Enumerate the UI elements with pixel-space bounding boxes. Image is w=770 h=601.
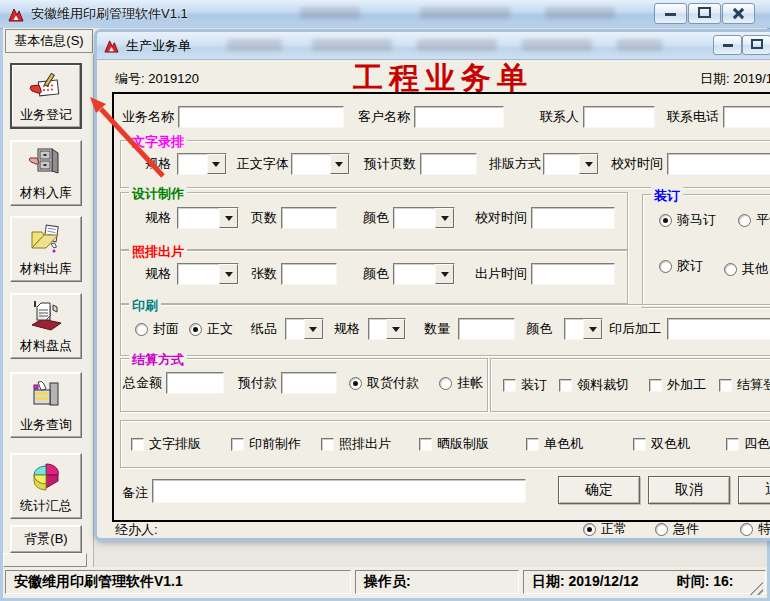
minimize-button[interactable]	[654, 3, 687, 24]
flag-two-color-checkbox[interactable]: 双色机	[633, 435, 690, 453]
film-out-time-input[interactable]	[531, 263, 615, 285]
cancel-button[interactable]: 取消	[648, 476, 730, 504]
statusbar-time: 时间: 16:	[677, 573, 734, 591]
pie-chart-icon	[28, 459, 64, 496]
dropdown-arrow-icon[interactable]	[219, 264, 238, 284]
machine-flags-box: 文字排版 印前制作 照排出片 晒版制版	[120, 420, 770, 468]
flag-settle-reg-checkbox[interactable]: 结算登记	[719, 376, 770, 394]
checkbox-icon	[649, 379, 662, 392]
priority-urgent-radio[interactable]: 急件	[655, 520, 699, 538]
checkbox-icon	[726, 438, 739, 451]
dropdown-arrow-icon[interactable]	[330, 154, 349, 174]
dropdown-arrow-icon[interactable]	[386, 319, 405, 339]
ok-button[interactable]: 确定	[558, 476, 640, 504]
film-color-select[interactable]	[393, 263, 455, 285]
design-pages-input[interactable]	[281, 207, 337, 229]
radio-selected-icon	[349, 377, 362, 390]
print-cover-radio[interactable]: 封面	[135, 320, 179, 338]
sidebar-button-register[interactable]: 业务登记	[10, 63, 82, 129]
minimize-icon	[665, 13, 676, 16]
sidebar-button-material-out[interactable]: 材料出库	[10, 216, 82, 282]
business-name-input[interactable]	[178, 106, 344, 128]
remark-input[interactable]	[152, 479, 526, 503]
layout-mode-select[interactable]	[543, 153, 599, 175]
flag-single-color-checkbox[interactable]: 单色机	[526, 435, 583, 453]
binding-glue-radio[interactable]: 胶订	[659, 257, 703, 275]
checkbox-label: 单色机	[544, 435, 583, 453]
close-button[interactable]	[722, 3, 755, 24]
flag-platemaking-checkbox[interactable]: 晒版制版	[419, 435, 489, 453]
cod-radio[interactable]: 取货付款	[349, 374, 419, 392]
spec-label: 规格	[145, 209, 171, 227]
dropdown-arrow-icon[interactable]	[435, 208, 454, 228]
radio-label: 其他	[742, 260, 768, 278]
design-spec-select[interactable]	[177, 207, 239, 229]
maximize-button[interactable]	[688, 3, 721, 24]
customer-name-input[interactable]	[414, 106, 504, 128]
typeset-spec-select[interactable]	[177, 153, 227, 175]
prepay-input[interactable]	[281, 372, 337, 394]
design-color-select[interactable]	[393, 207, 455, 229]
total-amount-input[interactable]	[166, 372, 224, 394]
binding-saddle-radio[interactable]: 骑马订	[659, 211, 716, 229]
child-maximize-button[interactable]	[742, 35, 770, 55]
binding-other-radio[interactable]: 其他	[724, 260, 768, 278]
flag-typesetting-checkbox[interactable]: 文字排版	[131, 435, 201, 453]
dropdown-arrow-icon[interactable]	[435, 264, 454, 284]
post-process-input[interactable]	[667, 318, 770, 340]
group-typeset-title: 文字录排	[129, 133, 187, 151]
print-body-radio[interactable]: 正文	[189, 320, 233, 338]
dropdown-arrow-icon[interactable]	[219, 208, 238, 228]
film-spec-select[interactable]	[177, 263, 239, 285]
ghost-blur	[617, 39, 662, 51]
print-spec-select[interactable]	[368, 318, 407, 340]
checkbox-label: 照排出片	[339, 435, 391, 453]
phone-input[interactable]	[723, 106, 770, 128]
paper-select[interactable]	[285, 318, 324, 340]
checkbox-icon	[131, 438, 144, 451]
inventory-icon	[28, 299, 64, 336]
process-flags-box: 装订 领料裁切 外加工 结算登记	[490, 358, 770, 412]
est-pages-input[interactable]	[420, 153, 477, 175]
radio-label: 胶订	[677, 257, 703, 275]
radio-label: 正文	[207, 320, 233, 338]
contact-input[interactable]	[583, 106, 655, 128]
sidebar-button-inventory[interactable]: 材料盘点	[10, 293, 82, 359]
flag-film-checkbox[interactable]: 照排出片	[321, 435, 391, 453]
body-font-select[interactable]	[291, 153, 350, 175]
dropdown-arrow-icon[interactable]	[583, 319, 602, 339]
dropdown-arrow-icon[interactable]	[304, 319, 323, 339]
typeset-proof-time-input[interactable]	[667, 153, 770, 175]
binding-flat-radio[interactable]: 平订	[738, 211, 770, 229]
sidebar-button-material-in[interactable]: 材料入库	[10, 140, 82, 206]
radio-label: 取货付款	[367, 374, 419, 392]
child-minimize-button[interactable]	[713, 35, 742, 55]
design-proof-time-input[interactable]	[531, 207, 615, 229]
group-design-title: 设计制作	[129, 185, 187, 203]
credit-radio[interactable]: 挂帐	[439, 374, 483, 392]
checkbox-label: 双色机	[651, 435, 690, 453]
flag-binding-checkbox[interactable]: 装订	[503, 376, 547, 394]
print-color-select[interactable]	[564, 318, 603, 340]
flag-cutting-checkbox[interactable]: 领料裁切	[559, 376, 629, 394]
group-print-title: 印刷	[129, 297, 161, 315]
spec-label: 规格	[334, 320, 360, 338]
menu-basic-info[interactable]: 基本信息(S)	[5, 29, 93, 53]
paper-label: 纸品	[251, 320, 277, 338]
app-logo-icon	[8, 7, 24, 22]
flag-prepress-checkbox[interactable]: 印前制作	[231, 435, 301, 453]
sidebar-button-query[interactable]: 业务查询	[10, 372, 82, 438]
sidebar-button-summary[interactable]: 统计汇总	[10, 453, 82, 519]
sidebar-button-background[interactable]: 背景(B)	[10, 525, 82, 553]
film-sheets-input[interactable]	[281, 263, 337, 285]
phone-label: 联系电话	[667, 108, 719, 126]
flag-four-color-checkbox[interactable]: 四色机	[726, 435, 770, 453]
dropdown-arrow-icon[interactable]	[207, 154, 226, 174]
priority-normal-radio[interactable]: 正常	[583, 520, 627, 538]
priority-express-radio[interactable]: 特急	[740, 520, 770, 538]
statusbar-date: 日期: 2019/12/12	[532, 573, 639, 591]
exit-button[interactable]: 退出	[738, 476, 770, 504]
flag-outsource-checkbox[interactable]: 外加工	[649, 376, 706, 394]
qty-input[interactable]	[458, 318, 515, 340]
dropdown-arrow-icon[interactable]	[579, 154, 598, 174]
